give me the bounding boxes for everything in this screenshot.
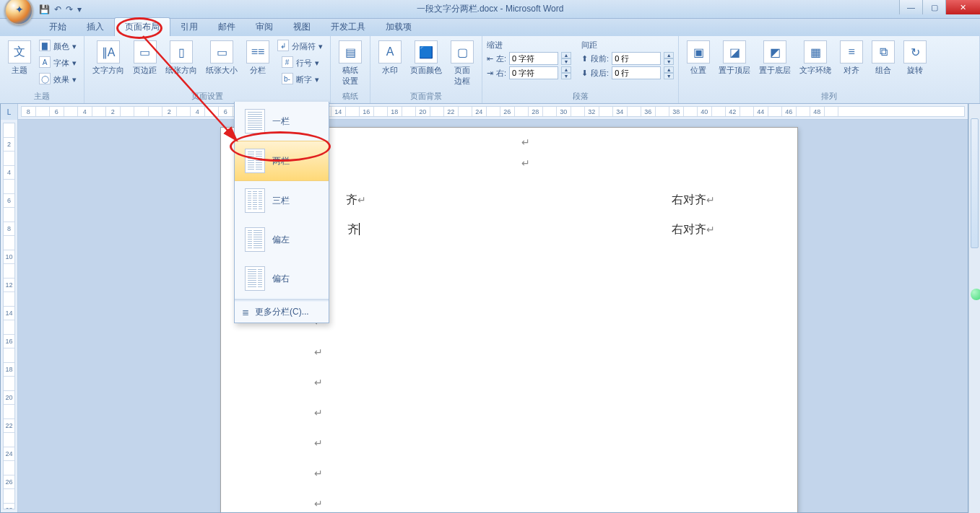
- indent-heading: 缩进: [487, 40, 571, 51]
- text-direction-button[interactable]: ∥A文字方向: [89, 38, 128, 78]
- indent-right-up[interactable]: ▲: [561, 66, 571, 73]
- vertical-scrollbar[interactable]: [968, 104, 980, 513]
- breaks-button[interactable]: ↲分隔符▾: [274, 38, 326, 54]
- group-button[interactable]: ⧉组合: [868, 38, 898, 78]
- vertical-ruler[interactable]: 246810121416182022242628303234: [3, 123, 15, 509]
- line-numbers-button[interactable]: #行号▾: [274, 55, 326, 71]
- wrap-label: 文字环绕: [799, 65, 831, 76]
- position-button[interactable]: ▣位置: [683, 38, 714, 78]
- themes-icon: 文: [8, 40, 31, 63]
- close-button[interactable]: ✕: [945, 0, 980, 14]
- columns-three-item[interactable]: 三栏: [235, 181, 329, 220]
- qat-more[interactable]: ▾: [77, 4, 82, 14]
- send-back-button[interactable]: ◩置于底层: [755, 38, 794, 78]
- watermark-icon: A: [378, 40, 402, 63]
- rotate-button[interactable]: ↻旋转: [900, 38, 930, 78]
- tab-view[interactable]: 视图: [283, 18, 321, 36]
- space-after-input[interactable]: [612, 66, 661, 79]
- group-arrange-label: 排列: [683, 91, 975, 103]
- position-icon: ▣: [687, 40, 710, 63]
- maximize-button[interactable]: ▢: [922, 0, 945, 14]
- indent-left-up[interactable]: ▲: [561, 52, 571, 58]
- qat-save[interactable]: 💾: [39, 4, 50, 14]
- text-direction-icon: ∥A: [97, 40, 120, 63]
- columns-right-item[interactable]: 偏右: [235, 259, 329, 298]
- group-paragraph-label: 段落: [487, 91, 674, 103]
- tab-insert[interactable]: 插入: [77, 18, 114, 36]
- space-after-up[interactable]: ▲: [664, 66, 674, 73]
- tab-home[interactable]: 开始: [39, 18, 77, 36]
- rotate-label: 旋转: [907, 65, 923, 76]
- columns-two-item[interactable]: 两栏: [235, 141, 329, 181]
- indent-left-input[interactable]: [509, 52, 558, 65]
- margins-button[interactable]: ▭页边距: [129, 38, 160, 78]
- one-column-icon: [245, 109, 265, 133]
- themes-label: 主题: [12, 65, 27, 76]
- columns-one-item[interactable]: 一栏: [235, 102, 329, 141]
- theme-fonts-button[interactable]: A字体▾: [36, 55, 79, 71]
- effects-label: 效果: [53, 74, 69, 85]
- line-numbers-icon: #: [282, 56, 293, 68]
- three-columns-icon: [245, 188, 265, 213]
- space-before-input[interactable]: [612, 52, 661, 65]
- manuscript-settings-button[interactable]: ▤稿纸 设置: [335, 38, 365, 89]
- group-manuscript-label: 稿纸: [335, 91, 365, 103]
- space-before-up[interactable]: ▲: [664, 52, 674, 58]
- columns-one-label: 一栏: [272, 115, 290, 128]
- qat-redo[interactable]: ↷: [66, 4, 73, 14]
- document-canvas[interactable]: ↵ ↵ 齐↵ 齐​ 右对齐↵ 右对齐↵ ↵ ↵ ↵ ↵ ↵ ↵ ↵ ↵ ↵: [18, 120, 968, 512]
- tab-page-layout[interactable]: 页面布局: [114, 17, 170, 36]
- paper-size-icon: ▭: [210, 40, 233, 63]
- borders-label: 页面 边框: [454, 65, 470, 87]
- orientation-label: 纸张方向: [165, 65, 197, 76]
- text-wrap-button[interactable]: ▦文字环绕: [796, 38, 835, 78]
- scrollbar-thumb[interactable]: [971, 118, 979, 248]
- columns-more-item[interactable]: ≣ 更多分栏(C)...: [235, 302, 329, 323]
- page-borders-icon: ▢: [451, 40, 474, 63]
- columns-left-item[interactable]: 偏左: [235, 220, 329, 259]
- paper-size-button[interactable]: ▭纸张大小: [202, 38, 241, 78]
- indent-left-down[interactable]: ▼: [561, 58, 571, 65]
- qat-undo[interactable]: ↶: [54, 4, 61, 14]
- align-button[interactable]: ≡对齐: [836, 38, 867, 78]
- paragraph-mark: ↵: [314, 346, 323, 358]
- back-label: 置于底层: [759, 65, 791, 76]
- indent-right-input[interactable]: [509, 66, 558, 79]
- horizontal-ruler[interactable]: 8642246810121416182022242628303234363840…: [21, 106, 965, 117]
- indent-left-label: 左:: [496, 53, 506, 64]
- margins-icon: ▭: [134, 40, 157, 63]
- watermark-label: 水印: [382, 65, 398, 76]
- tab-references[interactable]: 引用: [170, 18, 208, 36]
- watermark-button[interactable]: A水印: [375, 38, 405, 78]
- dropdown-separator: [235, 299, 329, 300]
- paragraph-mark: ↵: [314, 377, 323, 388]
- left-column-icon: [245, 227, 265, 252]
- space-before-down[interactable]: ▼: [664, 58, 674, 65]
- bring-front-button[interactable]: ◪置于顶层: [715, 38, 754, 78]
- space-before-label: 段前:: [591, 53, 609, 64]
- side-indicator-icon: [971, 289, 980, 300]
- orientation-button[interactable]: ▯纸张方向: [162, 38, 201, 78]
- space-after-down[interactable]: ▼: [664, 73, 674, 79]
- columns-button[interactable]: ≡≡分栏: [243, 38, 273, 78]
- hyphenation-button[interactable]: b-断字▾: [274, 71, 326, 87]
- tab-mailings[interactable]: 邮件: [208, 18, 246, 36]
- page-color-button[interactable]: 🟦页面颜色: [407, 38, 446, 78]
- indent-right-down[interactable]: ▼: [561, 73, 571, 79]
- colors-label: 颜色: [53, 41, 69, 52]
- themes-button[interactable]: 文 主题: [4, 38, 35, 78]
- minimize-button[interactable]: —: [899, 0, 922, 14]
- fonts-label: 字体: [53, 58, 69, 69]
- theme-colors-button[interactable]: ▇颜色▾: [36, 38, 79, 54]
- page-borders-button[interactable]: ▢页面 边框: [447, 38, 477, 89]
- paragraph-mark: ↵: [314, 498, 323, 509]
- two-columns-icon: [245, 149, 265, 173]
- ruler-corner[interactable]: L: [1, 104, 18, 120]
- paragraph-mark: ↵: [521, 157, 530, 169]
- tab-review[interactable]: 审阅: [246, 18, 283, 36]
- text-wrap-icon: ▦: [804, 40, 827, 63]
- breaks-label: 分隔符: [292, 41, 316, 52]
- tab-addons[interactable]: 加载项: [376, 18, 422, 36]
- tab-developer[interactable]: 开发工具: [321, 18, 376, 36]
- theme-effects-button[interactable]: ◯效果▾: [36, 71, 79, 87]
